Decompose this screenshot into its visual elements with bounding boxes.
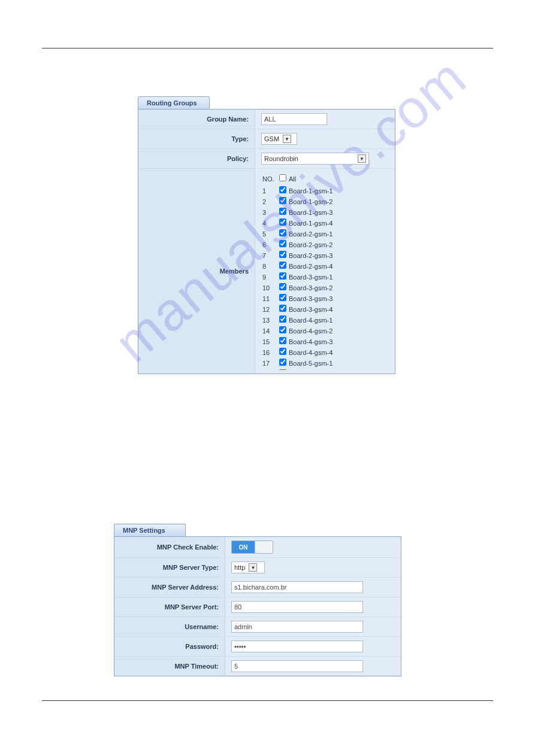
member-checkbox[interactable] [279, 197, 286, 204]
member-no: 9 [261, 272, 279, 283]
mnp-username-input[interactable] [231, 621, 363, 633]
member-checkbox[interactable] [279, 283, 286, 290]
mnp-password-input[interactable] [231, 640, 363, 652]
member-label: Board-2-gsm-2 [289, 239, 333, 250]
member-row: 13Board-4-gsm-1 [261, 315, 333, 326]
member-row: 4Board-1-gsm-4 [261, 218, 333, 229]
mnp-settings-tab: MNP Settings [114, 524, 186, 536]
member-row: 9Board-3-gsm-1 [261, 272, 333, 283]
chevron-down-icon: ▼ [358, 154, 366, 163]
top-rule [42, 48, 493, 48]
group-name-input[interactable] [261, 113, 327, 125]
members-all-label: All [289, 174, 296, 184]
member-no: 4 [261, 218, 279, 229]
member-no: 1 [261, 186, 279, 196]
members-list: NO. All 1Board-1-gsm-12Board-1-gsm-23Boa… [261, 172, 333, 370]
member-row: 12Board-3-gsm-4 [261, 304, 333, 315]
member-no: 6 [261, 239, 279, 250]
member-row: 14Board-4-gsm-2 [261, 326, 333, 336]
member-label: Board-1-gsm-1 [289, 186, 333, 196]
member-checkbox[interactable] [279, 305, 286, 312]
member-checkbox[interactable] [279, 262, 286, 269]
member-row: 15Board-4-gsm-3 [261, 336, 333, 347]
member-no: 5 [261, 229, 279, 239]
member-row: 5Board-2-gsm-1 [261, 229, 333, 239]
member-no: 10 [261, 283, 279, 293]
chevron-down-icon: ▼ [249, 563, 257, 572]
member-label: Board-4-gsm-2 [289, 326, 333, 336]
mnp-check-enable-toggle[interactable]: ON [231, 541, 273, 554]
member-row: 7Board-2-gsm-3 [261, 250, 333, 261]
member-no: 16 [261, 347, 279, 358]
member-row: 8Board-2-gsm-4 [261, 261, 333, 272]
member-no: 18 [261, 369, 279, 370]
bottom-rule [42, 700, 493, 701]
member-label: Board-3-gsm-4 [289, 304, 333, 315]
member-label: Board-1-gsm-4 [289, 218, 333, 229]
member-label: Board-2-gsm-1 [289, 229, 333, 239]
member-row: 10Board-3-gsm-2 [261, 283, 333, 293]
member-checkbox[interactable] [279, 294, 286, 301]
member-checkbox[interactable] [279, 369, 286, 370]
member-no: 3 [261, 207, 279, 218]
members-all-checkbox[interactable] [279, 174, 286, 181]
member-checkbox[interactable] [279, 348, 286, 355]
mnp-server-port-label: MNP Server Port: [114, 597, 225, 617]
member-label: Board-1-gsm-2 [289, 196, 333, 207]
member-checkbox[interactable] [279, 326, 286, 333]
policy-select[interactable]: Roundrobin ▼ [261, 153, 369, 165]
members-label: Members [138, 169, 255, 374]
member-row: 16Board-4-gsm-4 [261, 347, 333, 358]
member-no: 11 [261, 293, 279, 304]
member-row: 17Board-5-gsm-1 [261, 358, 333, 369]
member-label: Board-4-gsm-1 [289, 315, 333, 326]
member-checkbox[interactable] [279, 218, 286, 226]
toggle-knob [255, 541, 273, 553]
member-label: Board-2-gsm-3 [289, 250, 333, 261]
member-no: 15 [261, 336, 279, 347]
member-checkbox[interactable] [279, 251, 286, 258]
mnp-server-type-select[interactable]: http ▼ [231, 561, 265, 573]
member-row: 1Board-1-gsm-1 [261, 186, 333, 196]
chevron-down-icon: ▼ [283, 135, 291, 143]
type-select[interactable]: GSM ▼ [261, 133, 297, 145]
member-label: Board-3-gsm-2 [289, 283, 333, 293]
member-label: Board-4-gsm-4 [289, 347, 333, 358]
members-no-header: NO. [261, 174, 279, 184]
member-checkbox[interactable] [279, 240, 286, 247]
type-select-value: GSM [264, 135, 279, 142]
member-row: 3Board-1-gsm-3 [261, 207, 333, 218]
mnp-settings-panel: MNP Settings MNP Check Enable: ON MNP Se… [114, 524, 401, 676]
mnp-server-port-input[interactable] [231, 601, 363, 613]
routing-groups-tab: Routing Groups [138, 96, 210, 109]
mnp-timeout-input[interactable] [231, 660, 363, 672]
member-label: Board-3-gsm-3 [289, 293, 333, 304]
group-name-label: Group Name: [138, 110, 255, 129]
member-label: Board-2-gsm-4 [289, 261, 333, 272]
member-label: Board-4-gsm-3 [289, 336, 333, 347]
type-label: Type: [138, 129, 255, 148]
member-no: 8 [261, 261, 279, 272]
member-row: 2Board-1-gsm-2 [261, 196, 333, 207]
member-checkbox[interactable] [279, 229, 286, 236]
member-checkbox[interactable] [279, 208, 286, 215]
mnp-server-address-input[interactable] [231, 581, 363, 593]
member-label: Board-3-gsm-1 [289, 272, 333, 283]
member-checkbox[interactable] [279, 337, 286, 344]
member-checkbox[interactable] [279, 186, 286, 193]
mnp-server-type-label: MNP Server Type: [114, 558, 225, 577]
toggle-on-label: ON [232, 541, 255, 553]
member-label: Board-1-gsm-3 [289, 207, 333, 218]
member-no: 7 [261, 250, 279, 261]
member-checkbox[interactable] [279, 272, 286, 280]
member-checkbox[interactable] [279, 359, 286, 366]
routing-groups-panel: Routing Groups Group Name: Type: GSM ▼ P… [138, 96, 395, 374]
mnp-server-type-value: http [234, 564, 245, 571]
member-no: 14 [261, 326, 279, 336]
member-no: 17 [261, 358, 279, 369]
member-checkbox[interactable] [279, 315, 286, 323]
policy-select-value: Roundrobin [264, 155, 354, 162]
member-label: Board-5-gsm-1 [289, 358, 333, 369]
mnp-password-label: Password: [114, 637, 225, 656]
policy-label: Policy: [138, 149, 255, 168]
